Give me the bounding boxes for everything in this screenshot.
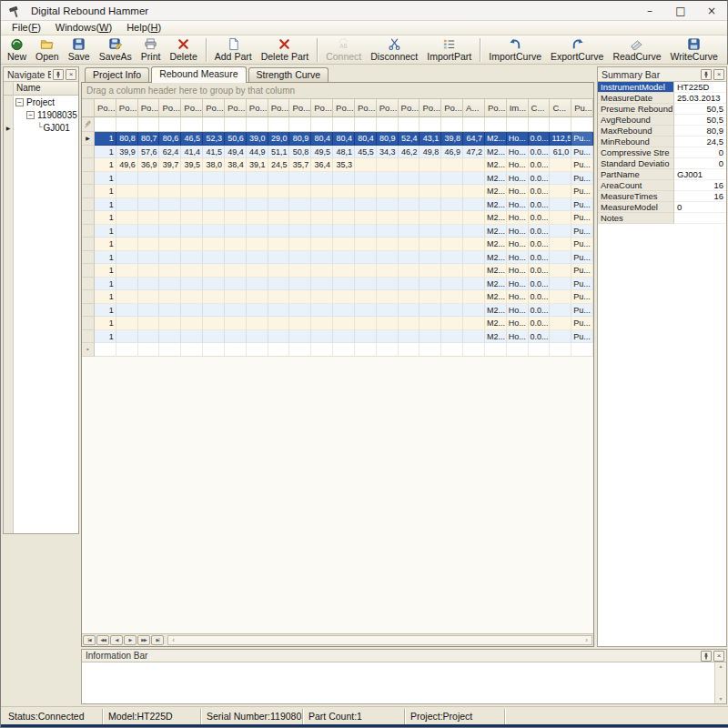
cell[interactable]: 34,3 — [377, 146, 399, 159]
cell[interactable] — [420, 278, 441, 291]
grid-row[interactable]: 1M2...Ho...0.0...Pu... — [82, 211, 593, 225]
cell[interactable] — [203, 238, 225, 251]
cell[interactable] — [268, 198, 290, 212]
filter-cell[interactable] — [550, 117, 571, 132]
cell[interactable] — [550, 198, 571, 212]
cell[interactable] — [399, 198, 420, 212]
cell[interactable]: Ho... — [507, 172, 529, 186]
cell[interactable]: M2... — [485, 238, 507, 251]
cell[interactable] — [420, 330, 441, 344]
grid-row[interactable]: 1M2...Ho...0.0...Pu... — [82, 185, 593, 198]
cell[interactable] — [550, 185, 571, 198]
grid-row[interactable]: 1M2...Ho...0.0...Pu... — [82, 172, 593, 186]
cell[interactable]: 1 — [95, 225, 116, 238]
cell[interactable] — [159, 330, 181, 344]
cell[interactable]: 49,5 — [311, 146, 333, 159]
filter-cell[interactable] — [485, 117, 507, 132]
tab-project-info[interactable]: Project Info — [85, 67, 149, 82]
close-button[interactable]: × — [696, 1, 727, 20]
cell[interactable] — [441, 225, 463, 238]
cell[interactable] — [181, 290, 203, 304]
cell[interactable]: 39,1 — [247, 158, 268, 172]
new-row-cell[interactable] — [420, 343, 441, 357]
cell[interactable] — [333, 264, 355, 278]
cell[interactable] — [159, 185, 181, 198]
cell[interactable] — [247, 185, 268, 198]
cell[interactable] — [247, 264, 268, 278]
cell[interactable] — [399, 290, 420, 304]
column-header-5[interactable]: Po... — [203, 99, 225, 117]
vertical-scrollbar[interactable]: ▴ ▾ — [714, 662, 726, 703]
cell[interactable] — [225, 317, 247, 330]
new-row-cell[interactable] — [289, 343, 311, 357]
cell[interactable]: 62,4 — [159, 146, 181, 159]
cell[interactable] — [550, 290, 571, 304]
grid-row[interactable]: 1M2...Ho...0.0...Pu... — [82, 330, 593, 344]
summary-field-standard-deviatio[interactable]: Standard Deviatio0 — [598, 158, 726, 169]
cell[interactable] — [420, 185, 441, 198]
cell[interactable] — [225, 304, 247, 318]
cell[interactable] — [311, 198, 333, 212]
summary-field-measuremodel[interactable]: MeasureModel0 — [598, 202, 726, 213]
cell[interactable]: 39,0 — [247, 132, 268, 146]
cell[interactable]: 35,7 — [289, 158, 311, 172]
cell[interactable] — [377, 198, 399, 212]
summary-field-instrumentmodel[interactable]: InstrumentModelHT225D — [598, 82, 726, 93]
cell[interactable] — [138, 278, 160, 291]
filter-cell[interactable] — [333, 117, 355, 132]
cell[interactable]: 46,9 — [441, 146, 463, 159]
cell[interactable] — [203, 330, 225, 344]
cell[interactable] — [203, 172, 225, 186]
cell[interactable] — [463, 211, 485, 225]
column-header-22[interactable]: Pu... — [571, 99, 593, 117]
new-row-cell[interactable] — [95, 343, 116, 357]
cell[interactable]: Ho... — [507, 264, 529, 278]
cell[interactable] — [181, 251, 203, 265]
cell[interactable]: 0.0... — [529, 330, 551, 344]
filter-cell[interactable] — [181, 117, 203, 132]
cell[interactable] — [225, 172, 247, 186]
cell[interactable]: 112,5 — [550, 132, 571, 146]
cell[interactable]: 1 — [95, 146, 116, 159]
close-icon[interactable]: × — [66, 69, 76, 80]
cell[interactable] — [268, 185, 290, 198]
cell[interactable] — [159, 198, 181, 212]
cell[interactable] — [138, 198, 160, 212]
cell[interactable] — [247, 317, 268, 330]
cell[interactable] — [311, 330, 333, 344]
cell[interactable] — [333, 225, 355, 238]
cell[interactable] — [268, 211, 290, 225]
grid-new-row[interactable]: • — [82, 343, 593, 357]
cell[interactable] — [203, 290, 225, 304]
cell[interactable] — [377, 264, 399, 278]
cell[interactable] — [159, 278, 181, 291]
cell[interactable]: 0.0... — [529, 146, 551, 159]
new-row-cell[interactable] — [138, 343, 160, 357]
cell[interactable]: M2... — [485, 132, 507, 146]
cell[interactable] — [181, 278, 203, 291]
cell[interactable] — [355, 278, 377, 291]
new-row-cell[interactable] — [441, 343, 463, 357]
cell[interactable] — [116, 238, 138, 251]
column-header-1[interactable]: Po... — [116, 99, 138, 117]
cell[interactable] — [550, 251, 571, 265]
cell[interactable] — [420, 238, 441, 251]
cell[interactable] — [463, 264, 485, 278]
cell[interactable] — [355, 290, 377, 304]
summary-field-avgrebound[interactable]: AvgRebound50,5 — [598, 115, 726, 126]
grid-row[interactable]: 149,636,939,739,538,038,439,124,535,736,… — [82, 158, 593, 172]
cell[interactable] — [181, 330, 203, 344]
close-icon[interactable]: × — [713, 651, 724, 662]
cell[interactable] — [247, 172, 268, 186]
cell[interactable]: Ho... — [507, 251, 529, 265]
cell[interactable]: 1 — [95, 172, 116, 186]
cell[interactable] — [289, 304, 311, 318]
cell[interactable] — [463, 225, 485, 238]
cell[interactable] — [138, 290, 160, 304]
cell[interactable] — [333, 317, 355, 330]
cell[interactable] — [355, 304, 377, 318]
cell[interactable]: Pu... — [571, 132, 593, 146]
filter-cell[interactable] — [225, 117, 247, 132]
tree-name-header[interactable]: Name — [14, 82, 78, 96]
cell[interactable] — [225, 211, 247, 225]
